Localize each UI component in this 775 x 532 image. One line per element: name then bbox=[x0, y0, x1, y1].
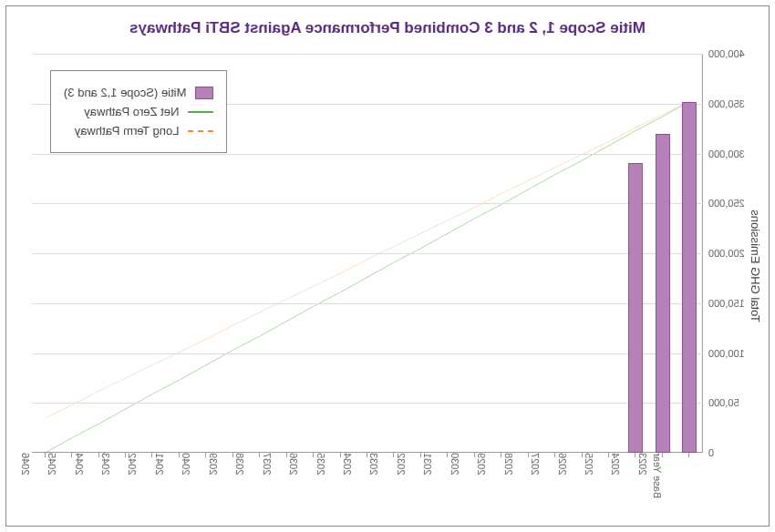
bar bbox=[628, 163, 643, 453]
x-tick-label: 2041 bbox=[154, 453, 169, 475]
x-tick-label: 2046 bbox=[19, 453, 34, 475]
x-tick-label: 2039 bbox=[208, 453, 222, 475]
x-tick bbox=[151, 453, 152, 457]
x-tick bbox=[367, 453, 367, 457]
y-tick-label: 250,000 bbox=[703, 198, 745, 209]
x-tick-label: 2031 bbox=[422, 453, 437, 475]
bar-swatch-icon bbox=[195, 87, 213, 99]
x-tick bbox=[608, 453, 609, 457]
x-tick-label: 2028 bbox=[502, 453, 517, 475]
x-tick bbox=[635, 453, 636, 457]
y-tick-label: 200,000 bbox=[703, 248, 745, 259]
legend-item-bar: Mitie (Scope 1,2 and 3) bbox=[64, 86, 213, 99]
legend-label: Net Zero Pathway bbox=[84, 105, 179, 118]
x-tick-label: 2024 bbox=[610, 453, 625, 475]
x-tick-label: 2029 bbox=[476, 453, 491, 475]
x-tick bbox=[340, 453, 341, 457]
x-tick bbox=[259, 453, 260, 457]
legend: Mitie (Scope 1,2 and 3) Net Zero Pathway… bbox=[50, 70, 227, 153]
gridline bbox=[32, 203, 703, 204]
gridline bbox=[32, 253, 703, 254]
line-swatch-icon bbox=[188, 111, 213, 113]
x-tick-label: 2023 bbox=[637, 453, 652, 475]
x-tick-label: 2040 bbox=[181, 453, 195, 475]
chart-title: Mitie Scope 1, 2 and 3 Combined Performa… bbox=[6, 19, 769, 37]
x-tick-label: Base Year bbox=[652, 453, 666, 498]
x-tick bbox=[554, 453, 555, 457]
x-tick bbox=[688, 453, 689, 457]
x-tick-label: 2045 bbox=[46, 453, 61, 475]
bar bbox=[682, 102, 697, 453]
bar bbox=[656, 134, 670, 453]
x-tick-label: 2034 bbox=[342, 453, 356, 475]
x-tick bbox=[98, 453, 99, 457]
x-tick bbox=[474, 453, 475, 457]
x-tick bbox=[125, 453, 126, 457]
legend-item-netzero: Net Zero Pathway bbox=[64, 105, 213, 118]
x-tick-label: 2033 bbox=[368, 453, 383, 475]
y-tick-label: 300,000 bbox=[703, 148, 745, 159]
y-tick-label: 50,000 bbox=[703, 397, 739, 408]
x-tick bbox=[662, 453, 663, 457]
gridline bbox=[32, 403, 703, 404]
x-tick bbox=[45, 453, 46, 457]
gridline bbox=[32, 303, 703, 304]
legend-label: Long Term Pathway bbox=[75, 124, 180, 138]
y-tick-label: 400,000 bbox=[703, 48, 745, 59]
x-tick bbox=[528, 453, 529, 457]
x-tick-label: 2026 bbox=[556, 453, 571, 475]
x-tick bbox=[313, 453, 314, 457]
gridline bbox=[32, 154, 703, 155]
y-tick-label: 350,000 bbox=[703, 98, 745, 109]
x-tick-label: 2036 bbox=[288, 453, 303, 475]
x-tick bbox=[286, 453, 287, 457]
x-tick bbox=[205, 453, 206, 457]
chart-container: Mitie Scope 1, 2 and 3 Combined Performa… bbox=[0, 0, 775, 532]
x-tick-label: 2030 bbox=[450, 453, 464, 475]
gridline bbox=[32, 353, 703, 354]
x-tick-label: 2037 bbox=[261, 453, 275, 475]
x-tick-label: 2027 bbox=[530, 453, 544, 475]
x-tick bbox=[582, 453, 583, 457]
legend-item-longterm: Long Term Pathway bbox=[64, 124, 213, 138]
x-tick-label: 2035 bbox=[315, 453, 329, 475]
x-tick bbox=[420, 453, 421, 457]
y-tick-label: 100,000 bbox=[703, 348, 745, 359]
x-tick-label: 2038 bbox=[234, 453, 249, 475]
x-tick bbox=[179, 453, 180, 457]
x-tick bbox=[232, 453, 233, 457]
gridline bbox=[32, 54, 703, 55]
y-axis-label: Total GHG Emissions bbox=[749, 210, 763, 322]
y-tick-label: 150,000 bbox=[703, 298, 745, 309]
x-tick bbox=[447, 453, 448, 457]
x-tick-label: 2044 bbox=[73, 453, 88, 475]
line-swatch-icon bbox=[188, 130, 213, 132]
x-tick-label: 2042 bbox=[127, 453, 141, 475]
x-tick bbox=[393, 453, 394, 457]
x-tick bbox=[501, 453, 501, 457]
legend-label: Mitie (Scope 1,2 and 3) bbox=[64, 86, 186, 99]
x-tick-label: 2043 bbox=[100, 453, 115, 475]
x-tick-label: 2025 bbox=[584, 453, 598, 475]
x-tick-label: 2032 bbox=[396, 453, 410, 475]
y-tick-label: 0 bbox=[703, 447, 714, 458]
chart-frame: Mitie Scope 1, 2 and 3 Combined Performa… bbox=[5, 5, 770, 527]
x-tick bbox=[71, 453, 72, 457]
